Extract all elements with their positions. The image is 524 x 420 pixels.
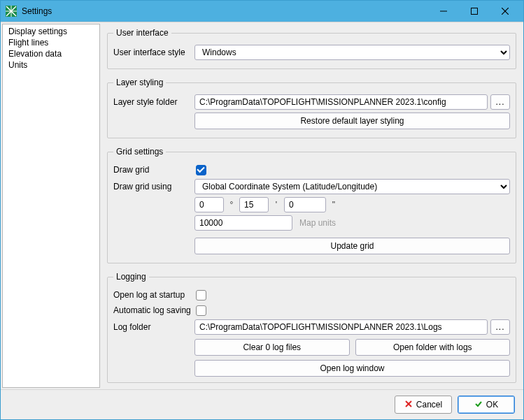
sidebar-item-elevation-data[interactable]: Elevation data xyxy=(3,48,99,59)
second-symbol: " xyxy=(329,200,339,210)
grid-minutes-input[interactable] xyxy=(239,197,269,212)
sidebar: Display settings Flight lines Elevation … xyxy=(2,24,100,388)
layer-folder-label: Layer style folder xyxy=(113,97,194,107)
window-title: Settings xyxy=(22,6,428,16)
dialog-body: Display settings Flight lines Elevation … xyxy=(1,22,523,389)
grid-seconds-input[interactable] xyxy=(284,197,326,212)
open-logs-folder-button[interactable]: Open folder with logs xyxy=(355,339,511,356)
sidebar-item-display-settings[interactable]: Display settings xyxy=(3,26,99,37)
titlebar: Settings xyxy=(1,1,523,22)
cancel-label: Cancel xyxy=(416,400,442,410)
grid-settings-group: Grid settings Draw grid Draw grid using … xyxy=(107,147,516,263)
auto-log-saving-label: Automatic log saving xyxy=(113,305,194,315)
maximize-button[interactable] xyxy=(459,1,490,21)
settings-window: Settings Display settings Flight lines E… xyxy=(0,0,524,420)
draw-grid-using-select[interactable]: Global Coordinate System (Latitude/Longi… xyxy=(194,179,510,194)
grid-settings-legend: Grid settings xyxy=(113,147,166,157)
update-grid-button[interactable]: Update grid xyxy=(194,238,510,254)
map-units-hint: Map units xyxy=(299,218,336,228)
layer-styling-group: Layer styling Layer style folder ... Res… xyxy=(107,78,516,138)
draw-grid-checkbox[interactable] xyxy=(196,165,206,175)
cancel-icon xyxy=(404,400,413,410)
draw-grid-using-label: Draw grid using xyxy=(113,182,194,191)
ok-button[interactable]: OK xyxy=(458,396,515,414)
dialog-footer: Cancel OK xyxy=(1,389,523,419)
svg-rect-6 xyxy=(472,8,478,15)
app-icon xyxy=(5,5,17,17)
ui-style-select[interactable]: Windows xyxy=(194,45,510,60)
layer-folder-browse-button[interactable]: ... xyxy=(490,94,510,110)
user-interface-legend: User interface xyxy=(113,28,171,38)
minimize-button[interactable] xyxy=(428,1,459,21)
log-folder-browse-button[interactable]: ... xyxy=(490,319,510,335)
user-interface-group: User interface User interface style Wind… xyxy=(107,28,516,69)
ui-style-label: User interface style xyxy=(113,48,194,57)
sidebar-item-units[interactable]: Units xyxy=(3,59,99,71)
restore-layer-styling-button[interactable]: Restore default layer styling xyxy=(194,113,510,129)
log-folder-input[interactable] xyxy=(194,319,488,335)
cancel-button[interactable]: Cancel xyxy=(395,396,452,414)
ok-label: OK xyxy=(486,400,498,410)
draw-grid-label: Draw grid xyxy=(113,165,194,175)
layer-styling-legend: Layer styling xyxy=(113,78,166,87)
open-log-startup-label: Open log at startup xyxy=(113,290,194,300)
check-icon xyxy=(474,400,483,410)
grid-degrees-input[interactable] xyxy=(194,197,224,212)
open-log-window-button[interactable]: Open log window xyxy=(194,360,510,377)
grid-map-units-input[interactable] xyxy=(194,215,292,231)
open-log-startup-checkbox[interactable] xyxy=(196,290,206,300)
auto-log-saving-checkbox[interactable] xyxy=(196,305,206,316)
log-folder-label: Log folder xyxy=(113,322,194,332)
close-button[interactable] xyxy=(490,1,521,21)
clear-log-files-button[interactable]: Clear 0 log files xyxy=(194,339,350,356)
logging-group: Logging Open log at startup Automatic lo… xyxy=(107,272,516,383)
degree-symbol: ° xyxy=(227,200,236,210)
logging-legend: Logging xyxy=(113,272,149,282)
minute-symbol: ' xyxy=(271,200,281,210)
sidebar-item-flight-lines[interactable]: Flight lines xyxy=(3,37,99,48)
main-panel: User interface User interface style Wind… xyxy=(100,22,523,389)
layer-folder-input[interactable] xyxy=(194,94,488,110)
